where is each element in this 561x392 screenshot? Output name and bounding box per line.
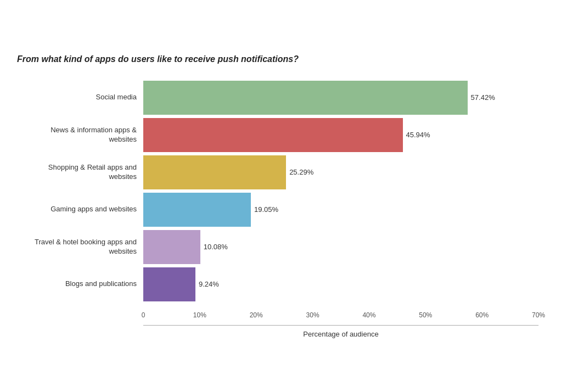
x-axis-tick: 0 <box>142 311 145 319</box>
bar-value-label: 45.94% <box>406 131 430 139</box>
x-axis-tick: 10% <box>193 311 206 319</box>
bar-row: Shopping & Retail apps andwebsites25.29% <box>17 155 538 189</box>
bar-fill <box>143 81 468 115</box>
bar-label: Travel & hotel booking apps andwebsites <box>17 238 143 256</box>
x-axis-tick: 60% <box>475 311 489 319</box>
x-axis-tick: 40% <box>362 311 375 319</box>
bar-row: Gaming apps and websites19.05% <box>17 193 538 227</box>
bar-wrapper: 9.24% <box>143 267 538 301</box>
bar-wrapper: 19.05% <box>143 193 538 227</box>
bar-fill <box>143 155 286 189</box>
chart-container: From what kind of apps do users like to … <box>12 43 549 349</box>
bar-fill <box>143 118 403 152</box>
x-axis-tick: 20% <box>250 311 263 319</box>
x-axis-title: Percentage of audience <box>143 330 538 338</box>
bar-row: Travel & hotel booking apps andwebsites1… <box>17 230 538 264</box>
bar-row: News & information apps &websites45.94% <box>17 118 538 152</box>
x-axis-tick: 30% <box>306 311 319 319</box>
bar-wrapper: 25.29% <box>143 155 538 189</box>
bar-row: Social media57.42% <box>17 81 538 115</box>
bar-value-label: 9.24% <box>199 280 219 288</box>
x-axis-title-row: Percentage of audience <box>17 328 538 338</box>
bar-fill <box>143 267 195 301</box>
bar-wrapper: 57.42% <box>143 81 538 115</box>
x-axis-line <box>143 325 538 326</box>
bar-value-label: 57.42% <box>471 93 495 102</box>
bar-label: News & information apps &websites <box>17 126 143 144</box>
x-axis-ticks: 010%20%30%40%50%60%70% <box>143 309 538 326</box>
bar-value-label: 19.05% <box>254 205 278 214</box>
bar-label: Shopping & Retail apps andwebsites <box>17 163 143 182</box>
bar-fill <box>143 230 200 264</box>
bar-label: Blogs and publications <box>17 279 143 289</box>
chart-title: From what kind of apps do users like to … <box>17 54 538 64</box>
x-axis-tick: 50% <box>419 311 432 319</box>
x-axis-spacer <box>17 309 143 326</box>
x-axis-tick: 70% <box>532 311 545 319</box>
bar-label: Social media <box>17 93 143 102</box>
bar-row: Blogs and publications9.24% <box>17 267 538 301</box>
chart-area: Social media57.42%News & information app… <box>17 81 538 305</box>
bar-value-label: 10.08% <box>204 243 228 251</box>
bar-wrapper: 10.08% <box>143 230 538 264</box>
bar-fill <box>143 193 251 227</box>
x-axis-area: 010%20%30%40%50%60%70% <box>17 309 538 326</box>
bar-value-label: 25.29% <box>289 168 313 176</box>
bar-wrapper: 45.94% <box>143 118 538 152</box>
bar-label: Gaming apps and websites <box>17 205 143 214</box>
